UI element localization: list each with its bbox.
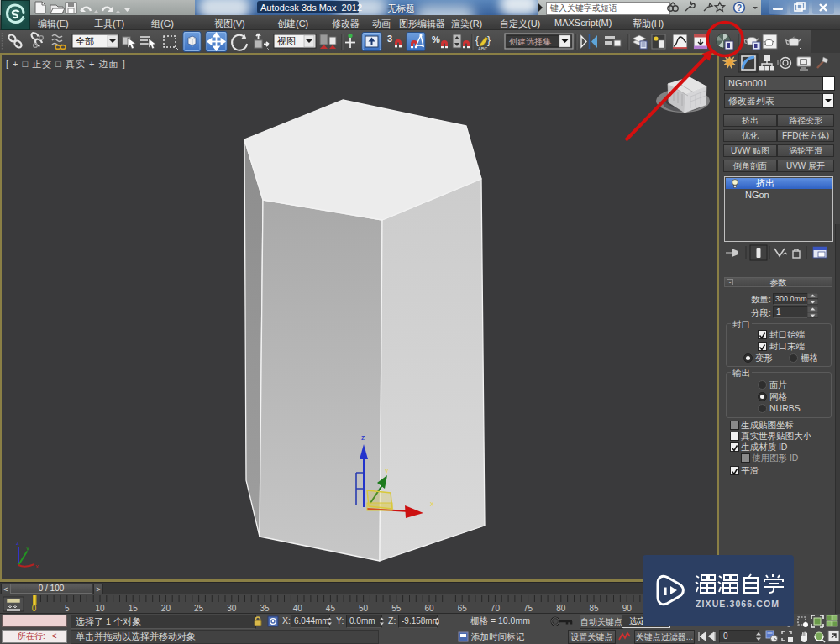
svg-text:?: ? <box>737 3 742 13</box>
svg-text:z: z <box>361 433 365 442</box>
svg-text:ZIXUE.3066.COM: ZIXUE.3066.COM <box>696 599 780 609</box>
svg-text:z: z <box>16 539 19 547</box>
svg-text:ABC: ABC <box>478 46 487 51</box>
svg-text:x: x <box>430 500 434 508</box>
svg-text:3: 3 <box>387 34 392 44</box>
svg-text:x: x <box>35 563 39 570</box>
svg-text:}: } <box>487 34 491 46</box>
svg-text:创建选择集: 创建选择集 <box>509 37 551 46</box>
svg-text:y: y <box>385 466 389 474</box>
svg-text:视图: 视图 <box>277 36 296 46</box>
svg-text:%: % <box>432 34 440 45</box>
svg-text:全部: 全部 <box>76 36 94 46</box>
svg-text:y: y <box>26 544 29 552</box>
svg-text:{: { <box>475 34 479 46</box>
